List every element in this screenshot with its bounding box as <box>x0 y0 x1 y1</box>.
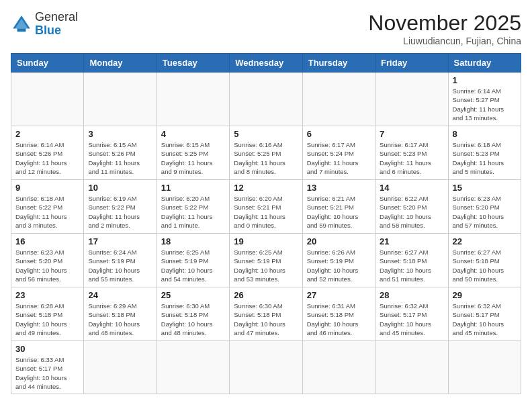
header-friday: Friday <box>375 54 448 73</box>
empty-cell <box>448 341 521 394</box>
weekday-header-row: Sunday Monday Tuesday Wednesday Thursday… <box>11 54 521 73</box>
empty-cell <box>11 73 84 126</box>
month-title: November 2025 <box>368 11 521 36</box>
day-6: 6 Sunrise: 6:17 AMSunset: 5:24 PMDayligh… <box>302 126 375 180</box>
header-monday: Monday <box>84 54 157 73</box>
empty-cell <box>84 73 157 126</box>
empty-cell <box>230 341 302 394</box>
empty-cell <box>157 341 229 394</box>
logo: General Blue <box>11 11 78 38</box>
page-header: General Blue November 2025 Liuwudiancun,… <box>11 11 521 46</box>
logo-icon <box>11 13 32 35</box>
day-24: 24 Sunrise: 6:29 AMSunset: 5:18 PMDaylig… <box>84 287 157 341</box>
day-2: 2 Sunrise: 6:14 AMSunset: 5:26 PMDayligh… <box>11 126 84 180</box>
week-row-2: 2 Sunrise: 6:14 AMSunset: 5:26 PMDayligh… <box>11 126 521 180</box>
day-25: 25 Sunrise: 6:30 AMSunset: 5:18 PMDaylig… <box>157 287 229 341</box>
day-21: 21 Sunrise: 6:27 AMSunset: 5:18 PMDaylig… <box>375 234 448 287</box>
week-row-4: 16 Sunrise: 6:23 AMSunset: 5:20 PMDaylig… <box>11 234 521 287</box>
day-18: 18 Sunrise: 6:25 AMSunset: 5:19 PMDaylig… <box>157 234 229 287</box>
empty-cell <box>302 341 375 394</box>
empty-cell <box>302 73 375 126</box>
day-22: 22 Sunrise: 6:27 AMSunset: 5:18 PMDaylig… <box>448 234 521 287</box>
day-12: 12 Sunrise: 6:20 AMSunset: 5:21 PMDaylig… <box>230 180 302 234</box>
title-area: November 2025 Liuwudiancun, Fujian, Chin… <box>368 11 521 46</box>
header-wednesday: Wednesday <box>230 54 302 73</box>
day-17: 17 Sunrise: 6:24 AMSunset: 5:19 PMDaylig… <box>84 234 157 287</box>
day-20: 20 Sunrise: 6:26 AMSunset: 5:19 PMDaylig… <box>302 234 375 287</box>
day-10: 10 Sunrise: 6:19 AMSunset: 5:22 PMDaylig… <box>84 180 157 234</box>
day-3: 3 Sunrise: 6:15 AMSunset: 5:26 PMDayligh… <box>84 126 157 180</box>
day-1: 1 Sunrise: 6:14 AMSunset: 5:27 PMDayligh… <box>448 73 521 126</box>
location: Liuwudiancun, Fujian, China <box>368 36 521 46</box>
header-tuesday: Tuesday <box>157 54 229 73</box>
week-row-6: 30 Sunrise: 6:33 AMSunset: 5:17 PMDaylig… <box>11 341 521 394</box>
day-28: 28 Sunrise: 6:32 AMSunset: 5:17 PMDaylig… <box>375 287 448 341</box>
day-30: 30 Sunrise: 6:33 AMSunset: 5:17 PMDaylig… <box>11 341 84 394</box>
header-saturday: Saturday <box>448 54 521 73</box>
day-23: 23 Sunrise: 6:28 AMSunset: 5:18 PMDaylig… <box>11 287 84 341</box>
empty-cell <box>157 73 229 126</box>
svg-rect-2 <box>17 28 26 32</box>
empty-cell <box>84 341 157 394</box>
week-row-1: 1 Sunrise: 6:14 AMSunset: 5:27 PMDayligh… <box>11 73 521 126</box>
calendar-table: Sunday Monday Tuesday Wednesday Thursday… <box>11 53 521 394</box>
empty-cell <box>230 73 302 126</box>
day-5: 5 Sunrise: 6:16 AMSunset: 5:25 PMDayligh… <box>230 126 302 180</box>
empty-cell <box>375 73 448 126</box>
day-9: 9 Sunrise: 6:18 AMSunset: 5:22 PMDayligh… <box>11 180 84 234</box>
day-8: 8 Sunrise: 6:18 AMSunset: 5:23 PMDayligh… <box>448 126 521 180</box>
day-16: 16 Sunrise: 6:23 AMSunset: 5:20 PMDaylig… <box>11 234 84 287</box>
week-row-5: 23 Sunrise: 6:28 AMSunset: 5:18 PMDaylig… <box>11 287 521 341</box>
header-sunday: Sunday <box>11 54 84 73</box>
day-29: 29 Sunrise: 6:32 AMSunset: 5:17 PMDaylig… <box>448 287 521 341</box>
empty-cell <box>375 341 448 394</box>
logo-text: General Blue <box>35 11 78 38</box>
header-thursday: Thursday <box>302 54 375 73</box>
day-14: 14 Sunrise: 6:22 AMSunset: 5:20 PMDaylig… <box>375 180 448 234</box>
day-11: 11 Sunrise: 6:20 AMSunset: 5:22 PMDaylig… <box>157 180 229 234</box>
day-19: 19 Sunrise: 6:25 AMSunset: 5:19 PMDaylig… <box>230 234 302 287</box>
day-15: 15 Sunrise: 6:23 AMSunset: 5:20 PMDaylig… <box>448 180 521 234</box>
day-13: 13 Sunrise: 6:21 AMSunset: 5:21 PMDaylig… <box>302 180 375 234</box>
week-row-3: 9 Sunrise: 6:18 AMSunset: 5:22 PMDayligh… <box>11 180 521 234</box>
day-4: 4 Sunrise: 6:15 AMSunset: 5:25 PMDayligh… <box>157 126 229 180</box>
day-7: 7 Sunrise: 6:17 AMSunset: 5:23 PMDayligh… <box>375 126 448 180</box>
day-26: 26 Sunrise: 6:30 AMSunset: 5:18 PMDaylig… <box>230 287 302 341</box>
day-27: 27 Sunrise: 6:31 AMSunset: 5:18 PMDaylig… <box>302 287 375 341</box>
